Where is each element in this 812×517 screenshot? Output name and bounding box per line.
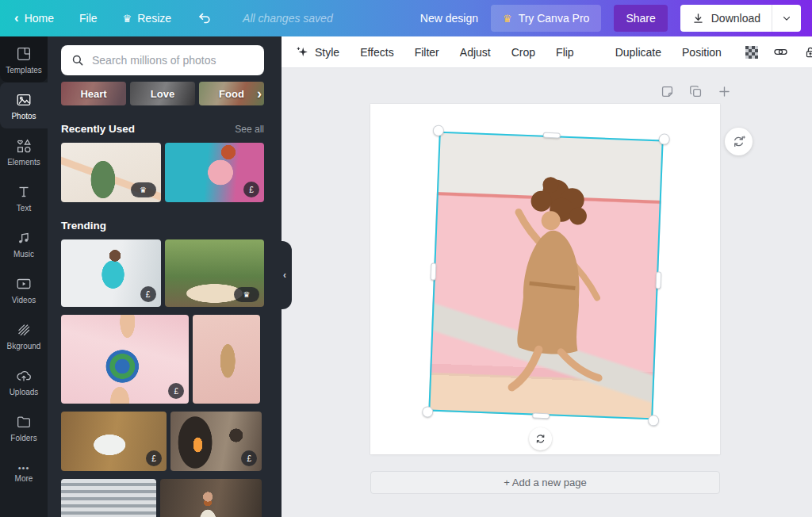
photo-thumb-chef[interactable] bbox=[160, 479, 262, 517]
resize-handle-top[interactable] bbox=[542, 132, 560, 139]
search-input[interactable] bbox=[92, 54, 255, 67]
photo-thumb-sink[interactable]: £ bbox=[61, 412, 167, 471]
resize-button[interactable]: ♛ Resize bbox=[123, 12, 171, 25]
sidebar-item-videos[interactable]: Videos bbox=[0, 266, 48, 312]
sidebar-item-text[interactable]: Text bbox=[0, 174, 48, 220]
recently-used-title: Recently Used bbox=[61, 123, 135, 135]
videos-icon bbox=[15, 275, 33, 293]
pro-crown-badge: ♛ bbox=[131, 182, 156, 197]
sidebar-item-uploads[interactable]: Uploads bbox=[0, 358, 48, 404]
sidebar-item-music[interactable]: Music bbox=[0, 220, 48, 266]
panel-collapse-button[interactable]: ‹ bbox=[271, 241, 292, 309]
try-pro-label: Try Canva Pro bbox=[519, 12, 590, 25]
download-button[interactable]: Download bbox=[680, 5, 772, 32]
photo-thumb-picnic[interactable]: ♛ bbox=[165, 239, 265, 307]
crown-icon: ♛ bbox=[503, 13, 512, 25]
notes-icon bbox=[660, 84, 675, 99]
uploads-icon bbox=[15, 367, 33, 385]
photos-icon bbox=[15, 91, 33, 109]
transparency-checkerboard-icon bbox=[745, 46, 758, 59]
add-page-icon-button[interactable] bbox=[717, 84, 732, 99]
plus-icon bbox=[717, 84, 732, 99]
photo-thumb-fern[interactable]: ♛ bbox=[61, 143, 161, 202]
chip-love[interactable]: Love bbox=[130, 82, 195, 105]
undo-icon bbox=[197, 10, 213, 26]
refresh-cycle-icon bbox=[731, 134, 746, 149]
context-toolbar: Style Effects Filter Adjust Crop Flip Du… bbox=[282, 36, 812, 68]
chevron-right-icon[interactable]: › bbox=[257, 86, 262, 102]
crown-icon: ♛ bbox=[123, 13, 132, 25]
download-options-button[interactable] bbox=[772, 5, 801, 32]
link-button[interactable] bbox=[773, 44, 788, 59]
sidebar-item-more[interactable]: ••• More bbox=[0, 450, 48, 496]
resize-handle-top-right[interactable] bbox=[658, 133, 670, 145]
home-label: Home bbox=[25, 12, 54, 25]
sidebar-item-elements[interactable]: Elements bbox=[0, 128, 48, 174]
photo-thumb-cook[interactable]: £ bbox=[61, 239, 161, 307]
resize-handle-bottom[interactable] bbox=[532, 412, 550, 419]
design-page[interactable] bbox=[370, 104, 720, 454]
chevron-left-icon: ‹ bbox=[14, 11, 19, 25]
page-actions bbox=[660, 84, 732, 99]
chevron-down-icon bbox=[781, 13, 792, 24]
music-icon bbox=[15, 229, 33, 247]
photo-thumb-globe[interactable]: £ bbox=[61, 315, 189, 404]
chip-food[interactable]: Food bbox=[199, 82, 264, 105]
sidebar-item-folders[interactable]: Folders bbox=[0, 404, 48, 450]
add-new-page-button[interactable]: + Add a new page bbox=[370, 471, 720, 494]
resize-handle-right[interactable] bbox=[655, 271, 661, 289]
position-button[interactable]: Position bbox=[682, 46, 722, 59]
design-title[interactable]: New design bbox=[420, 12, 478, 25]
undo-button[interactable] bbox=[197, 10, 213, 26]
effects-button[interactable]: Effects bbox=[360, 46, 394, 59]
sidebar-item-templates[interactable]: Templates bbox=[0, 36, 48, 82]
rotate-icon bbox=[534, 433, 546, 446]
woman-jumping-figure bbox=[428, 132, 663, 420]
file-menu[interactable]: File bbox=[79, 12, 98, 25]
style-button[interactable]: Style bbox=[296, 45, 339, 59]
share-label: Share bbox=[626, 12, 655, 25]
chip-heart[interactable]: Heart bbox=[61, 82, 126, 105]
templates-icon bbox=[15, 45, 33, 63]
more-dots-icon: ••• bbox=[18, 465, 30, 471]
adjust-button[interactable]: Adjust bbox=[460, 46, 491, 59]
sidebar-item-photos[interactable]: Photos bbox=[0, 82, 48, 128]
share-button[interactable]: Share bbox=[614, 5, 667, 32]
photo-thumb-pink-wall[interactable] bbox=[193, 315, 259, 404]
duplicate-page-button[interactable] bbox=[688, 84, 703, 99]
price-badge: £ bbox=[243, 182, 259, 197]
folders-icon bbox=[15, 413, 33, 431]
see-all-link[interactable]: See all bbox=[235, 124, 264, 135]
duplicate-button[interactable]: Duplicate bbox=[615, 46, 661, 59]
transparency-button[interactable] bbox=[745, 46, 758, 59]
duplicate-page-icon bbox=[688, 84, 703, 99]
crop-button[interactable]: Crop bbox=[511, 46, 535, 59]
lock-icon bbox=[803, 45, 812, 59]
photo-thumb-roses[interactable]: £ bbox=[165, 143, 265, 202]
rotate-handle[interactable] bbox=[528, 427, 552, 450]
try-canva-pro-button[interactable]: ♛ Try Canva Pro bbox=[491, 5, 601, 32]
sparkle-icon bbox=[296, 45, 309, 59]
refresh-style-button[interactable] bbox=[725, 128, 753, 155]
resize-handle-bottom-right[interactable] bbox=[648, 415, 660, 427]
add-notes-button[interactable] bbox=[660, 84, 675, 99]
filter-button[interactable]: Filter bbox=[415, 46, 439, 59]
photo-thumb-shutters[interactable] bbox=[61, 479, 156, 517]
price-badge: £ bbox=[241, 450, 257, 466]
autosave-status: All changes saved bbox=[243, 12, 333, 25]
resize-handle-left[interactable] bbox=[431, 262, 437, 280]
selected-photo-woman-jumping[interactable] bbox=[428, 132, 663, 420]
download-label: Download bbox=[711, 12, 760, 25]
flip-button[interactable]: Flip bbox=[556, 46, 574, 59]
background-icon bbox=[15, 321, 33, 339]
chevron-left-icon: ‹ bbox=[283, 270, 286, 281]
resize-handle-bottom-left[interactable] bbox=[422, 406, 434, 418]
lock-button[interactable] bbox=[803, 45, 812, 59]
home-button[interactable]: ‹ Home bbox=[14, 12, 54, 25]
download-icon bbox=[691, 12, 705, 25]
top-bar: ‹ Home File ♛ Resize All changes saved N… bbox=[0, 0, 812, 36]
sidebar-item-background[interactable]: Bkground bbox=[0, 312, 48, 358]
photo-thumb-fireplace[interactable]: £ bbox=[170, 412, 262, 471]
text-icon bbox=[15, 183, 33, 201]
category-chips: Heart Love Food › bbox=[61, 82, 264, 105]
